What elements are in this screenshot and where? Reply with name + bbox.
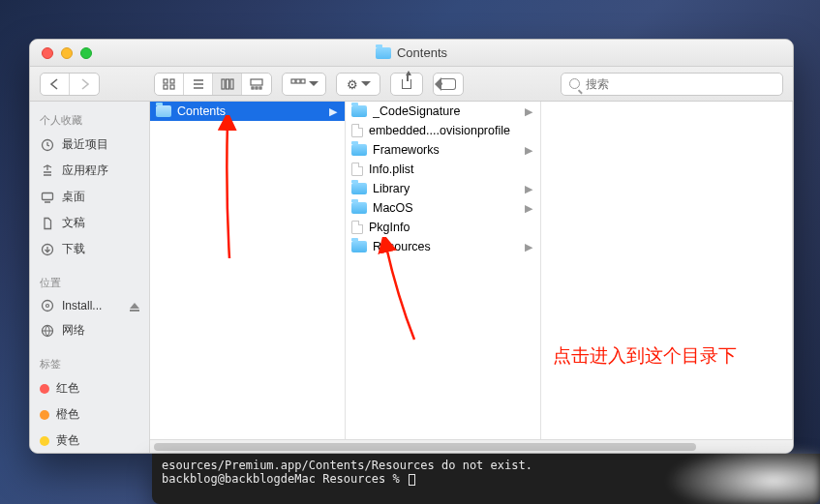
minimize-button[interactable] bbox=[61, 47, 73, 59]
search-input[interactable] bbox=[586, 77, 774, 91]
disclosure-arrow-icon: ▶ bbox=[525, 144, 532, 157]
svg-rect-13 bbox=[259, 87, 261, 89]
chevron-down-icon bbox=[309, 81, 319, 86]
list-item[interactable]: Contents ▶ bbox=[150, 102, 345, 121]
zoom-button[interactable] bbox=[80, 47, 92, 59]
column-view-button[interactable] bbox=[213, 74, 242, 95]
sidebar-tag-red[interactable]: 红色 bbox=[30, 375, 149, 401]
folder-icon bbox=[156, 105, 171, 117]
sidebar-item-label: 红色 bbox=[56, 380, 79, 397]
list-item[interactable]: PkgInfo bbox=[346, 218, 540, 237]
sidebar-heading-tags: 标签 bbox=[30, 353, 149, 375]
disc-icon bbox=[40, 299, 55, 312]
view-switcher bbox=[154, 73, 272, 96]
window-body: 个人收藏 最近项目 应用程序 桌面 文稿 bbox=[30, 102, 793, 453]
folder-icon bbox=[351, 241, 367, 252]
window-controls bbox=[30, 47, 92, 59]
back-button[interactable] bbox=[41, 74, 70, 95]
sidebar-heading-favorites: 个人收藏 bbox=[30, 109, 149, 132]
sidebar-item-network[interactable]: 网络 bbox=[30, 317, 149, 343]
svg-rect-0 bbox=[164, 79, 167, 83]
list-item[interactable]: Library▶ bbox=[346, 179, 540, 198]
item-label: embedded....ovisionprofile bbox=[369, 124, 532, 137]
file-icon bbox=[351, 163, 363, 176]
desktop-background: Contents bbox=[0, 0, 820, 504]
action-menu[interactable] bbox=[336, 73, 380, 96]
list-item[interactable]: embedded....ovisionprofile bbox=[346, 121, 540, 140]
window-title: Contents bbox=[30, 45, 793, 60]
item-label: Contents bbox=[177, 104, 323, 118]
list-item[interactable]: Frameworks▶ bbox=[346, 140, 540, 160]
sidebar-item-label: 黄色 bbox=[56, 432, 79, 449]
terminal-cursor bbox=[409, 474, 415, 486]
sidebar-item-label: 桌面 bbox=[62, 189, 85, 205]
close-button[interactable] bbox=[42, 47, 53, 59]
sidebar-item-applications[interactable]: 应用程序 bbox=[30, 158, 149, 184]
list-view-button[interactable] bbox=[184, 74, 213, 95]
svg-rect-8 bbox=[226, 79, 228, 89]
disclosure-arrow-icon: ▶ bbox=[525, 241, 532, 253]
svg-rect-7 bbox=[222, 79, 225, 89]
sidebar-item-label: Install... bbox=[62, 299, 102, 312]
folder-icon bbox=[351, 202, 367, 214]
sidebar-item-installer[interactable]: Install... bbox=[30, 294, 149, 317]
sidebar-item-label: 下载 bbox=[62, 241, 85, 257]
column-1[interactable]: Contents ▶ bbox=[150, 102, 346, 453]
search-field[interactable] bbox=[561, 73, 783, 96]
svg-rect-14 bbox=[291, 79, 295, 83]
svg-rect-11 bbox=[252, 87, 254, 89]
column-3[interactable]: 点击进入到这个目录下 bbox=[541, 102, 793, 453]
item-label: Info.plist bbox=[369, 163, 532, 176]
list-item[interactable]: MacOS▶ bbox=[346, 198, 540, 218]
sidebar-item-documents[interactable]: 文稿 bbox=[30, 210, 149, 236]
sidebar-item-recents[interactable]: 最近项目 bbox=[30, 132, 149, 158]
sidebar: 个人收藏 最近项目 应用程序 桌面 文稿 bbox=[30, 102, 150, 453]
share-button[interactable] bbox=[390, 73, 423, 96]
column-browser: Contents ▶ _CodeSignature▶embedded....ov… bbox=[150, 102, 793, 453]
list-item[interactable]: Resources▶ bbox=[346, 237, 540, 256]
disclosure-arrow-icon: ▶ bbox=[525, 105, 532, 118]
tag-icon bbox=[440, 78, 456, 90]
sidebar-item-label: 网络 bbox=[62, 322, 85, 339]
desktop-icon bbox=[40, 191, 55, 204]
svg-point-22 bbox=[46, 305, 49, 308]
list-item[interactable]: _CodeSignature▶ bbox=[346, 102, 540, 121]
tags-button[interactable] bbox=[433, 73, 464, 96]
gallery-view-button[interactable] bbox=[242, 74, 271, 95]
group-menu[interactable] bbox=[282, 73, 326, 96]
sidebar-item-label: 最近项目 bbox=[62, 136, 108, 153]
svg-rect-3 bbox=[170, 85, 174, 89]
scroll-thumb[interactable] bbox=[154, 443, 696, 451]
item-label: PkgInfo bbox=[369, 221, 532, 234]
network-icon bbox=[40, 324, 55, 338]
sidebar-item-label: 橙色 bbox=[56, 406, 79, 423]
column-2[interactable]: _CodeSignature▶embedded....ovisionprofil… bbox=[346, 102, 541, 453]
tag-dot-icon bbox=[40, 436, 49, 446]
icon-view-button[interactable] bbox=[155, 74, 184, 95]
annotation-text: 点击进入到这个目录下 bbox=[553, 343, 737, 369]
svg-rect-1 bbox=[170, 79, 174, 83]
sidebar-item-desktop[interactable]: 桌面 bbox=[30, 184, 149, 210]
svg-rect-12 bbox=[256, 87, 258, 89]
gear-icon bbox=[347, 75, 358, 93]
eject-icon[interactable] bbox=[130, 303, 139, 309]
terminal-line: esources/Premium.app/Contents/Resources … bbox=[162, 459, 532, 472]
svg-rect-16 bbox=[301, 79, 305, 83]
toolbar bbox=[30, 67, 793, 102]
svg-rect-18 bbox=[43, 193, 53, 199]
terminal-prompt: backblog@backblogdeMac Resources % bbox=[162, 472, 407, 486]
folder-icon bbox=[351, 105, 367, 117]
sidebar-item-downloads[interactable]: 下载 bbox=[30, 236, 149, 262]
titlebar: Contents bbox=[30, 40, 793, 67]
sidebar-tag-yellow[interactable]: 黄色 bbox=[30, 428, 149, 453]
svg-rect-9 bbox=[230, 79, 233, 89]
sidebar-item-label: 文稿 bbox=[62, 215, 85, 231]
tag-dot-icon bbox=[40, 410, 49, 420]
folder-icon bbox=[376, 47, 391, 59]
file-icon bbox=[351, 124, 363, 137]
forward-button[interactable] bbox=[70, 74, 99, 95]
sidebar-tag-orange[interactable]: 橙色 bbox=[30, 401, 149, 428]
sidebar-heading-locations: 位置 bbox=[30, 272, 149, 294]
item-label: Library bbox=[373, 182, 519, 195]
list-item[interactable]: Info.plist bbox=[346, 160, 540, 179]
